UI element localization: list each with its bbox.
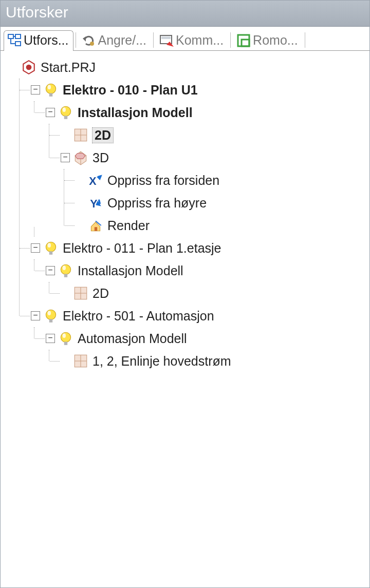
tree-item-elektro-501[interactable]: − Elektro - 501 - Automasjon xyxy=(20,305,366,327)
tree-node: Oppriss fra forsiden xyxy=(64,169,366,192)
tab-rooms[interactable]: Romo... xyxy=(233,30,303,51)
tree-connector xyxy=(64,214,76,237)
project-icon xyxy=(21,60,36,75)
bulb-icon xyxy=(58,263,73,278)
tree-label: Installasjon Modell xyxy=(78,263,183,278)
tree-label: Automasjon Modell xyxy=(78,331,187,346)
bulb-icon xyxy=(43,240,59,256)
tree-item-front-view[interactable]: Oppriss fra forsiden xyxy=(64,169,366,192)
tree-node: − Elektro - 501 - Automasjon − Automasjo… xyxy=(20,305,366,372)
tree-connector xyxy=(64,169,76,192)
tree-node: − 3D xyxy=(49,146,366,237)
tree-item-install-model[interactable]: − Installasjon Modell xyxy=(34,259,366,282)
house-3d-icon xyxy=(73,150,88,165)
tree-children: − Installasjon Modell xyxy=(34,101,366,237)
undo-icon xyxy=(82,33,96,48)
tree-label: Start.PRJ xyxy=(41,60,96,75)
collapse-toggle[interactable]: − xyxy=(61,153,70,162)
plan-2d-icon xyxy=(73,353,88,369)
tree-children: − Elektro - 010 - Plan U1 − Installasjon… xyxy=(19,79,366,372)
tree-label: Installasjon Modell xyxy=(78,105,193,120)
tree-label: Elektro - 010 - Plan U1 xyxy=(63,83,198,98)
tree-node: 2D xyxy=(49,282,366,305)
tree-connector xyxy=(20,237,31,259)
tree-node: Render xyxy=(64,214,366,237)
tree-item-3d[interactable]: − 3D xyxy=(49,146,366,169)
collapse-toggle[interactable]: − xyxy=(31,243,40,253)
tree-children: 1, 2, Enlinje hovedstrøm xyxy=(49,350,366,372)
collapse-toggle[interactable]: − xyxy=(46,108,55,117)
bulb-icon xyxy=(43,308,59,324)
bulb-icon xyxy=(43,82,59,98)
tree-connector xyxy=(49,124,61,146)
tree-label: 2D xyxy=(92,128,113,143)
panel-title: Utforsker xyxy=(1,1,369,27)
tree-connector xyxy=(49,350,61,372)
tree-item-project[interactable]: Start.PRJ xyxy=(5,56,366,79)
tree-node: − Installasjon Modell xyxy=(34,101,366,237)
tree-children: − Installasjon Modell xyxy=(34,259,366,305)
tree-icon xyxy=(7,33,22,48)
tree-item-render[interactable]: Render xyxy=(64,214,366,237)
tree-item-elektro-010[interactable]: − Elektro - 010 - Plan U1 xyxy=(20,79,366,101)
collapse-toggle[interactable]: − xyxy=(46,266,55,275)
tree-connector xyxy=(49,282,61,305)
tab-strip: Utfors... Angre/... Komm... Romo... xyxy=(1,27,369,51)
comment-icon xyxy=(159,33,174,48)
tree-connector xyxy=(20,79,31,101)
render-icon xyxy=(88,218,103,233)
tree-label: 2D xyxy=(92,286,109,301)
tree-item-automation-model[interactable]: − Automasjon Modell xyxy=(34,327,366,350)
tree-node: − Automasjon Modell xyxy=(34,327,366,372)
collapse-toggle[interactable]: − xyxy=(31,311,40,320)
tree-label: Elektro - 501 - Automasjon xyxy=(63,309,214,324)
bulb-icon xyxy=(58,105,73,120)
collapse-toggle[interactable]: − xyxy=(46,334,55,343)
tab-undo[interactable]: Angre/... xyxy=(78,30,152,51)
tab-label: Komm... xyxy=(176,33,224,48)
tree-node: 1, 2, Enlinje hovedstrøm xyxy=(49,350,366,372)
tab-label: Utfors... xyxy=(24,33,69,48)
tree-item-elektro-011[interactable]: − Elektro - 011 - Plan 1.etasje xyxy=(20,237,366,259)
tree-connector xyxy=(20,305,31,327)
tree-view[interactable]: Start.PRJ − Elektro - 010 - Plan U1 xyxy=(1,51,369,587)
tree-item-install-model[interactable]: − Installasjon Modell xyxy=(34,101,366,124)
tree-connector xyxy=(64,192,76,214)
tree-connector xyxy=(49,146,61,169)
tree-node: 2D xyxy=(49,124,366,146)
tree-label: 1, 2, Enlinje hovedstrøm xyxy=(92,354,231,369)
tab-comments[interactable]: Komm... xyxy=(156,30,228,51)
tree-node: Oppriss fra høyre xyxy=(64,192,366,214)
tree-item-right-view[interactable]: Oppriss fra høyre xyxy=(64,192,366,214)
tree-node: − Elektro - 011 - Plan 1.etasje − Instal… xyxy=(20,237,366,305)
tree-children: 2D − 3D xyxy=(49,124,366,237)
tab-label: Romo... xyxy=(253,33,298,48)
tree-label: Render xyxy=(107,218,150,233)
tree-label: Oppriss fra forsiden xyxy=(107,173,219,188)
tab-separator xyxy=(305,32,305,48)
x-axis-icon xyxy=(88,173,103,188)
tree-label: Elektro - 011 - Plan 1.etasje xyxy=(63,241,221,256)
tree-children: 2D xyxy=(49,282,366,305)
plan-2d-icon xyxy=(73,286,88,301)
tree-children: Oppriss fra forsiden xyxy=(64,169,366,237)
tab-separator xyxy=(153,32,154,48)
tab-explorer[interactable]: Utfors... xyxy=(4,30,73,51)
collapse-toggle[interactable]: − xyxy=(31,85,40,94)
tree-label: Oppriss fra høyre xyxy=(107,196,207,211)
tree-item-2d[interactable]: 2D xyxy=(49,124,366,146)
tab-separator xyxy=(230,32,231,48)
tree-node: − Elektro - 010 - Plan U1 − Installasjon… xyxy=(20,79,366,237)
tree-node: − Installasjon Modell xyxy=(34,259,366,305)
y-axis-icon xyxy=(88,195,103,211)
tree-root: Start.PRJ − Elektro - 010 - Plan U1 xyxy=(5,56,366,372)
plan-2d-icon xyxy=(73,127,88,143)
bulb-icon xyxy=(58,331,73,346)
tree-connector xyxy=(34,327,46,350)
tab-separator xyxy=(76,32,76,48)
tree-label: 3D xyxy=(92,150,109,165)
tree-item-2d[interactable]: 2D xyxy=(49,282,366,305)
tab-label: Angre/... xyxy=(98,33,147,48)
tree-item-single-line[interactable]: 1, 2, Enlinje hovedstrøm xyxy=(49,350,366,372)
tree-connector xyxy=(34,259,46,282)
